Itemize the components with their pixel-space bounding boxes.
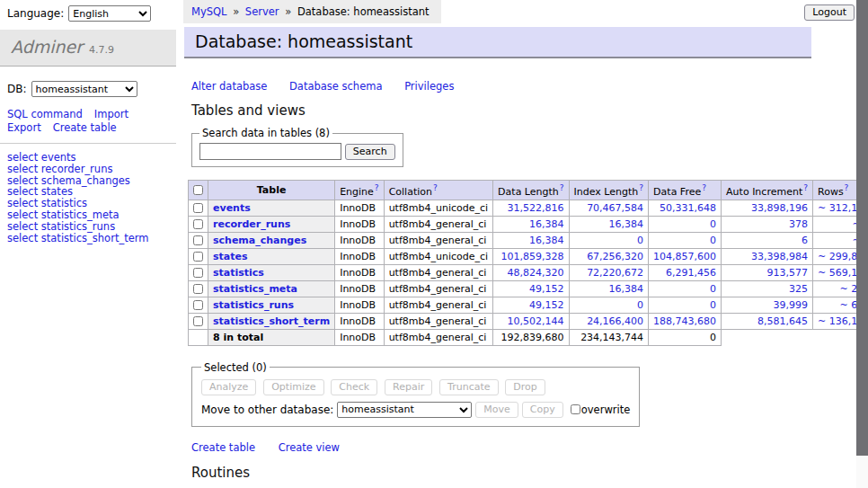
search-input[interactable] bbox=[199, 143, 341, 160]
column-help-link[interactable]: ? bbox=[433, 183, 438, 192]
move-database-select[interactable]: homeassistant bbox=[337, 402, 472, 418]
move-button[interactable]: Move bbox=[475, 402, 518, 418]
optimize-button[interactable]: Optimize bbox=[263, 379, 323, 395]
column-help-link[interactable]: ? bbox=[803, 183, 808, 192]
index-length-link[interactable]: 67,256,320 bbox=[587, 251, 643, 262]
create-view-link[interactable]: Create view bbox=[279, 441, 340, 454]
row-select-checkbox[interactable] bbox=[193, 219, 203, 229]
scrollbar-thumb[interactable] bbox=[856, 0, 868, 456]
alter-database-link[interactable]: Alter database bbox=[191, 80, 267, 93]
select-statistics-meta-link[interactable]: select statistics_meta bbox=[7, 209, 176, 221]
create-table-sidebar-link[interactable]: Create table bbox=[53, 121, 117, 134]
row-select-checkbox[interactable] bbox=[193, 235, 203, 245]
sql-command-link[interactable]: SQL command bbox=[7, 108, 83, 120]
index-length-link[interactable]: 0 bbox=[637, 235, 643, 246]
data-free-link[interactable]: 0 bbox=[710, 299, 716, 311]
breadcrumb-mysql-link[interactable]: MySQL bbox=[191, 5, 227, 18]
auto-increment-link[interactable]: 6 bbox=[802, 235, 808, 246]
row-select-checkbox[interactable] bbox=[193, 203, 203, 213]
auto-increment-link[interactable]: 913,577 bbox=[767, 267, 809, 279]
index-length-link[interactable]: 16,384 bbox=[609, 218, 644, 230]
column-help-link[interactable]: ? bbox=[560, 183, 564, 192]
select-all-checkbox[interactable] bbox=[193, 185, 203, 195]
copy-button[interactable]: Copy bbox=[522, 402, 563, 418]
column-help-link[interactable]: ? bbox=[375, 183, 379, 192]
breadcrumb-server-link[interactable]: Server bbox=[245, 5, 279, 18]
vertical-scrollbar[interactable] bbox=[856, 0, 868, 488]
data-length-link[interactable]: 31,522,816 bbox=[508, 202, 564, 214]
data-free-link[interactable]: 0 bbox=[710, 235, 716, 246]
auto-increment-link[interactable]: 378 bbox=[789, 218, 808, 230]
select-recorder-runs-link[interactable]: select recorder_runs bbox=[7, 164, 176, 175]
data-length-link[interactable]: 49,152 bbox=[529, 283, 564, 295]
index-length-link[interactable]: 70,467,584 bbox=[587, 202, 643, 214]
table-name-link[interactable]: recorder_runs bbox=[213, 218, 290, 230]
drop-button[interactable]: Drop bbox=[505, 379, 545, 395]
select-statistics-short-term-link[interactable]: select statistics_short_term bbox=[7, 233, 176, 244]
column-help-link[interactable]: ? bbox=[845, 183, 849, 192]
data-length-link[interactable]: 10,502,144 bbox=[508, 315, 564, 327]
top-bar: MySQL » Server » Database: homeassistant… bbox=[176, 0, 856, 23]
auto-increment-link[interactable]: 325 bbox=[789, 283, 808, 295]
table-name-link[interactable]: statistics_runs bbox=[213, 299, 294, 311]
repair-button[interactable]: Repair bbox=[385, 379, 432, 395]
database-schema-link[interactable]: Database schema bbox=[289, 80, 382, 93]
adminer-home-link[interactable]: Adminer bbox=[11, 37, 83, 57]
overwrite-checkbox[interactable] bbox=[571, 404, 580, 414]
data-length-link[interactable]: 48,824,320 bbox=[508, 267, 564, 279]
privileges-link[interactable]: Privileges bbox=[404, 80, 454, 93]
auto-increment-link[interactable]: 39,999 bbox=[774, 299, 809, 311]
auto-increment-link[interactable]: 33,898,196 bbox=[751, 202, 808, 214]
row-select-checkbox[interactable] bbox=[193, 268, 203, 278]
data-length-link[interactable]: 16,384 bbox=[529, 218, 564, 230]
engine-value: InnoDB bbox=[335, 313, 384, 329]
import-link[interactable]: Import bbox=[94, 108, 128, 120]
index-length-link[interactable]: 72,220,672 bbox=[587, 267, 643, 279]
check-button[interactable]: Check bbox=[331, 379, 377, 395]
sidebar: Language:English Adminer4.7.9 DB:homeass… bbox=[0, 0, 176, 488]
select-events-link[interactable]: select events bbox=[7, 152, 176, 164]
index-length-link[interactable]: 0 bbox=[637, 299, 643, 311]
select-statistics-runs-link[interactable]: select statistics_runs bbox=[7, 221, 176, 233]
language-select[interactable]: English bbox=[68, 5, 151, 22]
index-length-link[interactable]: 16,384 bbox=[609, 283, 644, 295]
auto-increment-link[interactable]: 33,398,984 bbox=[751, 251, 808, 262]
create-table-link[interactable]: Create table bbox=[191, 441, 255, 454]
data-free-link[interactable]: 0 bbox=[710, 283, 716, 295]
analyze-button[interactable]: Analyze bbox=[201, 379, 256, 395]
column-help-link[interactable]: ? bbox=[702, 183, 706, 192]
table-name-link[interactable]: statistics_short_term bbox=[213, 315, 330, 327]
data-free-link[interactable]: 188,743,680 bbox=[653, 315, 716, 327]
table-name-link[interactable]: schema_changes bbox=[213, 235, 306, 246]
search-button[interactable]: Search bbox=[345, 144, 395, 160]
row-select-checkbox[interactable] bbox=[193, 316, 203, 326]
column-header-collation: Collation? bbox=[384, 181, 492, 200]
data-length-link[interactable]: 16,384 bbox=[529, 235, 564, 246]
row-select-checkbox[interactable] bbox=[193, 300, 203, 310]
data-free-link[interactable]: 104,857,600 bbox=[653, 251, 716, 262]
language-label: Language: bbox=[7, 7, 64, 20]
index-length-link[interactable]: 24,166,400 bbox=[587, 315, 643, 327]
export-link[interactable]: Export bbox=[7, 121, 41, 134]
truncate-button[interactable]: Truncate bbox=[439, 379, 498, 395]
row-select-checkbox[interactable] bbox=[193, 252, 203, 262]
row-select-checkbox[interactable] bbox=[193, 284, 203, 294]
row-select-cell bbox=[189, 264, 208, 280]
data-free-link[interactable]: 6,291,456 bbox=[666, 267, 716, 279]
table-name-link[interactable]: statistics bbox=[213, 267, 264, 279]
column-help-link[interactable]: ? bbox=[639, 183, 643, 192]
table-header-row: TableEngine?Collation?Data Length?Index … bbox=[189, 181, 868, 200]
table-name-cell: schema_changes bbox=[208, 232, 335, 248]
data-length-link[interactable]: 101,859,328 bbox=[501, 251, 564, 262]
auto-increment-link[interactable]: 8,581,645 bbox=[757, 315, 808, 327]
sidebar-divider bbox=[0, 143, 176, 144]
data-free-link[interactable]: 0 bbox=[710, 218, 716, 230]
table-name-cell: statistics bbox=[208, 264, 335, 280]
data-length-link[interactable]: 49,152 bbox=[529, 299, 564, 311]
table-name-link[interactable]: events bbox=[213, 202, 251, 214]
data-free-link[interactable]: 50,331,648 bbox=[660, 202, 716, 214]
table-name-link[interactable]: states bbox=[213, 251, 248, 262]
db-select[interactable]: homeassistant bbox=[31, 81, 137, 97]
table-name-link[interactable]: statistics_meta bbox=[213, 283, 297, 295]
logout-button[interactable]: Logout bbox=[804, 4, 855, 21]
